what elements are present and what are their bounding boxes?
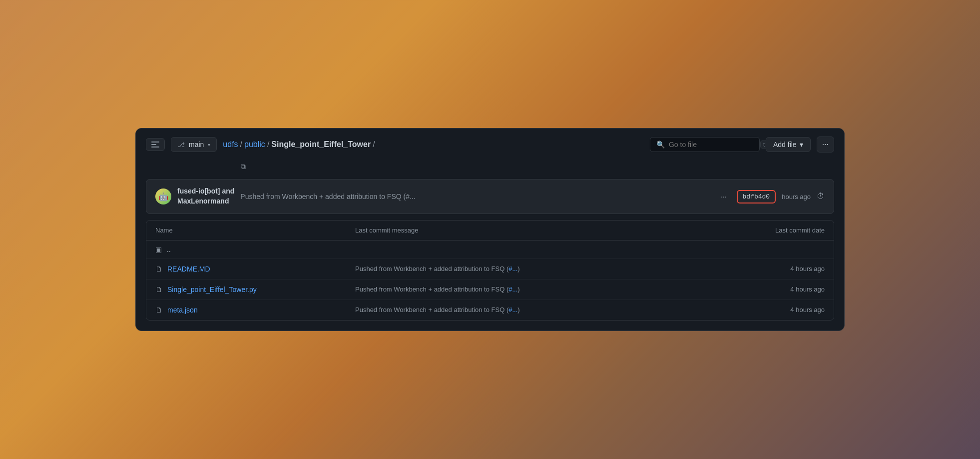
commit-hash-button[interactable]: bdfb4d0	[737, 190, 776, 204]
breadcrumb-namespace[interactable]: public	[244, 140, 265, 149]
file-date-py: 4 hours ago	[725, 286, 825, 293]
file-commit-msg-meta: Pushed from Workbench + added attributio…	[355, 306, 725, 314]
breadcrumb: udfs / public / Single_point_Eiffel_Towe…	[223, 140, 644, 149]
file-date-readme: 4 hours ago	[725, 265, 825, 272]
table-row[interactable]: 🗋 Single_point_Eiffel_Tower.py Pushed fr…	[146, 280, 834, 300]
commit-message: Pushed from Workbench + added attributio…	[240, 192, 715, 200]
file-name-meta[interactable]: 🗋 meta.json	[155, 306, 355, 314]
breadcrumb-sep1: /	[240, 140, 242, 149]
branch-selector-button[interactable]: ⎇ main ▾	[171, 137, 217, 152]
content-area: 🤖 fused-io[bot] and MaxLenormand Pushed …	[136, 179, 844, 330]
search-input[interactable]	[669, 140, 756, 148]
breadcrumb-sep2: /	[267, 140, 269, 149]
search-icon: 🔍	[656, 140, 665, 148]
col-commit-date-header: Last commit date	[725, 226, 825, 234]
file-name-readme[interactable]: 🗋 README.MD	[155, 265, 355, 273]
more-options-button[interactable]: ···	[817, 136, 834, 152]
sidebar-toggle-button[interactable]	[146, 138, 165, 151]
avatar: 🤖	[155, 188, 171, 204]
parent-nav[interactable]: ▣ ..	[155, 246, 355, 254]
commit-bar: 🤖 fused-io[bot] and MaxLenormand Pushed …	[146, 179, 834, 214]
file-name-label: meta.json	[167, 306, 198, 314]
goto-file-search: 🔍 t	[650, 137, 760, 152]
sidebar-toggle-icon	[151, 142, 159, 148]
commit-time: hours ago	[782, 193, 811, 200]
table-row[interactable]: 🗋 README.MD Pushed from Workbench + adde…	[146, 259, 834, 280]
file-commit-msg-readme: Pushed from Workbench + added attributio…	[355, 265, 725, 272]
file-table: Name Last commit message Last commit dat…	[146, 220, 834, 320]
breadcrumb-repo: Single_point_Eiffel_Tower	[271, 140, 371, 149]
breadcrumb-owner[interactable]: udfs	[223, 140, 238, 149]
col-commit-msg-header: Last commit message	[355, 226, 725, 234]
file-icon: 🗋	[155, 265, 162, 273]
add-file-button[interactable]: Add file ▾	[766, 137, 811, 152]
commit-link[interactable]: #...	[508, 265, 517, 272]
avatar-emoji: 🤖	[158, 192, 168, 202]
file-date-meta: 4 hours ago	[725, 306, 825, 314]
table-row[interactable]: 🗋 meta.json Pushed from Workbench + adde…	[146, 300, 834, 320]
file-commit-msg-py: Pushed from Workbench + added attributio…	[355, 286, 725, 293]
commit-authors: fused-io[bot] and MaxLenormand	[177, 186, 234, 206]
table-header: Name Last commit message Last commit dat…	[146, 220, 834, 240]
history-icon[interactable]: ⏱	[817, 192, 825, 201]
file-icon: 🗋	[155, 306, 162, 314]
file-name-label: Single_point_Eiffel_Tower.py	[167, 286, 257, 294]
commit-link[interactable]: #...	[508, 286, 517, 293]
file-name-label: README.MD	[167, 265, 210, 273]
add-file-label: Add file	[773, 140, 797, 148]
col-name-header: Name	[155, 226, 355, 234]
commit-link[interactable]: #...	[508, 306, 517, 314]
folder-icon: ▣	[155, 246, 162, 254]
add-file-chevron-icon: ▾	[800, 140, 803, 148]
toolbar: ⎇ main ▾ udfs / public / Single_point_Ei…	[136, 128, 844, 160]
toolbar-row2: ⧉	[136, 160, 844, 179]
branch-chevron-icon: ▾	[208, 142, 210, 148]
file-icon: 🗋	[155, 286, 162, 294]
branch-icon: ⎇	[177, 141, 185, 148]
table-row-parent[interactable]: ▣ ..	[146, 240, 834, 259]
more-icon: ···	[822, 140, 829, 148]
breadcrumb-sep3: /	[373, 140, 375, 149]
copy-path-button[interactable]: ⧉	[239, 160, 248, 173]
parent-dots: ..	[167, 246, 171, 254]
file-name-py[interactable]: 🗋 Single_point_Eiffel_Tower.py	[155, 286, 355, 294]
github-file-browser: ⎇ main ▾ udfs / public / Single_point_Ei…	[135, 128, 845, 330]
commit-ellipsis-icon[interactable]: ···	[721, 192, 727, 200]
branch-label: main	[189, 140, 204, 148]
